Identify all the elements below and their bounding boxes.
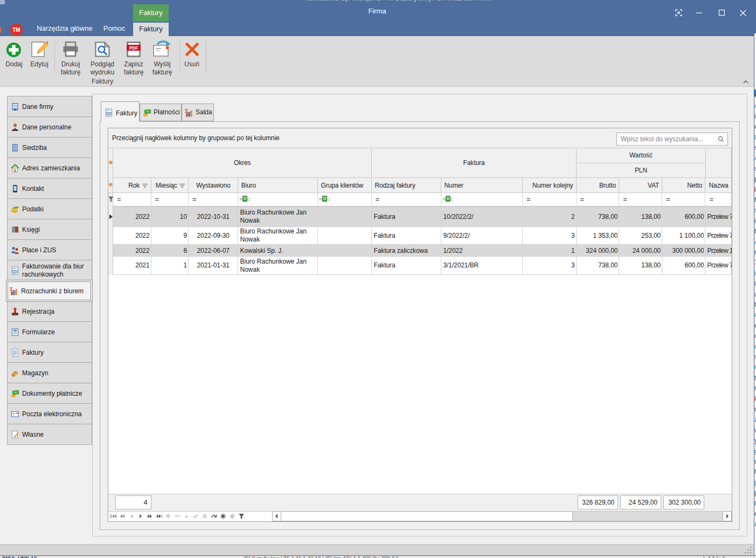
svg-text:Σ: Σ xyxy=(185,108,188,114)
svg-text:Σ: Σ xyxy=(10,287,13,292)
svg-text:PDF: PDF xyxy=(129,45,138,51)
